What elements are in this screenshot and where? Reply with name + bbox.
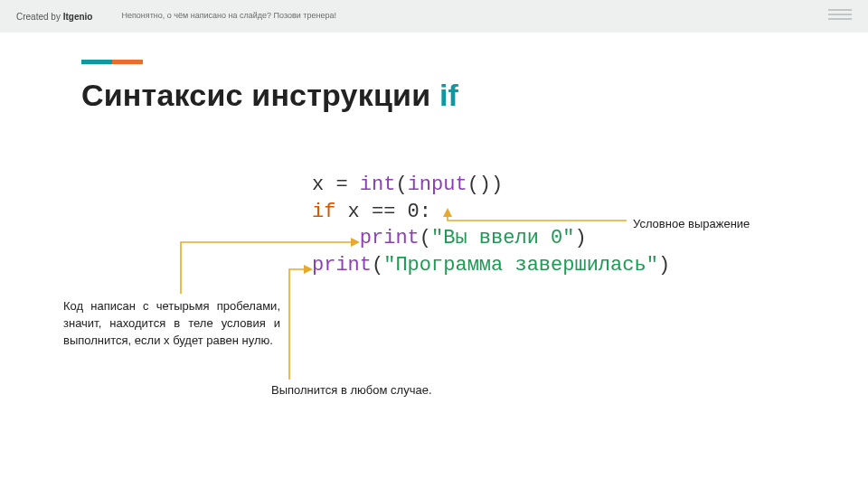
code-block: x = int(input()) if x == 0: print("Вы вв… [312, 172, 670, 279]
accent-orange [112, 60, 143, 64]
annotation-always-runs: Выполнится в любом случае. [271, 383, 432, 397]
accent-bar [81, 60, 143, 64]
title-keyword: if [439, 78, 458, 112]
code-line-4: print("Программа завершилась") [312, 254, 670, 277]
created-by: Created by Itgenio [16, 12, 92, 22]
code-line-3: print("Вы ввели 0") [312, 227, 587, 249]
annotation-conditional-expr: Условное выражение [633, 217, 750, 230]
accent-teal [81, 60, 112, 64]
annotation-indent-body: Код написан с четырьмя пробелами, значит… [63, 298, 280, 350]
created-brand: Itgenio [63, 12, 93, 22]
code-line-1: x = int(input()) [312, 174, 503, 196]
title-main: Синтаксис инструкции [81, 78, 439, 112]
top-bar: Created by Itgenio Непонятно, о чём напи… [0, 0, 868, 33]
arrow-always [289, 269, 307, 380]
page-title: Синтаксис инструкции if [81, 78, 458, 113]
created-prefix: Created by [16, 12, 63, 22]
slide: Created by Itgenio Непонятно, о чём напи… [0, 0, 868, 488]
trainer-tip: Непонятно, о чём написано на слайде? Поз… [121, 11, 335, 21]
code-line-2: if x == 0: [312, 201, 431, 223]
menu-icon[interactable] [828, 9, 852, 20]
